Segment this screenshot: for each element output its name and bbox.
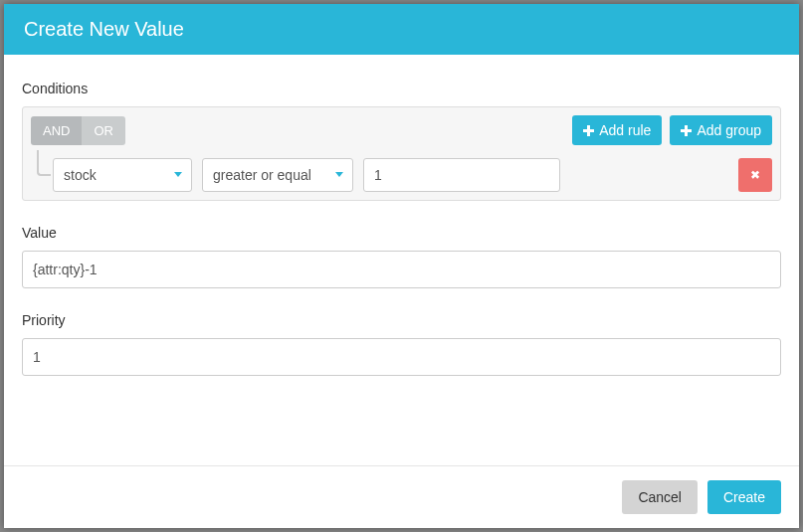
- priority-label: Priority: [22, 312, 781, 328]
- add-group-label: Add group: [697, 122, 761, 138]
- or-button[interactable]: OR: [82, 116, 125, 145]
- modal-title: Create New Value: [24, 18, 184, 40]
- chevron-down-icon: [174, 172, 182, 177]
- conditions-label: Conditions: [22, 81, 781, 96]
- operator-select-value: greater or equal: [213, 167, 311, 183]
- add-rule-label: Add rule: [599, 122, 651, 138]
- field-select-value: stock: [64, 167, 97, 183]
- plus-icon: [681, 125, 692, 136]
- conditions-box: AND OR Add rule Add group: [22, 106, 781, 201]
- priority-input[interactable]: [22, 338, 781, 376]
- andor-toggle: AND OR: [31, 116, 125, 145]
- cancel-button[interactable]: Cancel: [622, 480, 698, 514]
- add-group-button[interactable]: Add group: [670, 115, 772, 145]
- operator-select[interactable]: greater or equal: [202, 158, 353, 192]
- value-label: Value: [22, 225, 781, 241]
- priority-block: Priority: [22, 312, 781, 376]
- modal-header: Create New Value: [4, 4, 799, 55]
- modal-footer: Cancel Create: [4, 465, 799, 528]
- plus-icon: [583, 125, 594, 136]
- value-block: Value: [22, 225, 781, 288]
- modal-body: Conditions AND OR Add rule Add group: [4, 55, 799, 394]
- field-select[interactable]: stock: [53, 158, 192, 192]
- value-input[interactable]: [22, 251, 781, 288]
- rule-row: stock greater or equal: [31, 158, 772, 192]
- chevron-down-icon: [335, 172, 343, 177]
- condition-actions: Add rule Add group: [572, 115, 772, 145]
- add-rule-button[interactable]: Add rule: [572, 115, 662, 145]
- conditions-toolbar: AND OR Add rule Add group: [31, 115, 772, 145]
- create-button[interactable]: Create: [707, 480, 781, 514]
- tree-connector: [37, 150, 51, 176]
- rule-value-input[interactable]: [363, 158, 560, 192]
- and-button[interactable]: AND: [31, 116, 82, 145]
- create-value-modal: Create New Value Conditions AND OR Add r…: [4, 4, 799, 528]
- delete-rule-button[interactable]: [738, 158, 772, 192]
